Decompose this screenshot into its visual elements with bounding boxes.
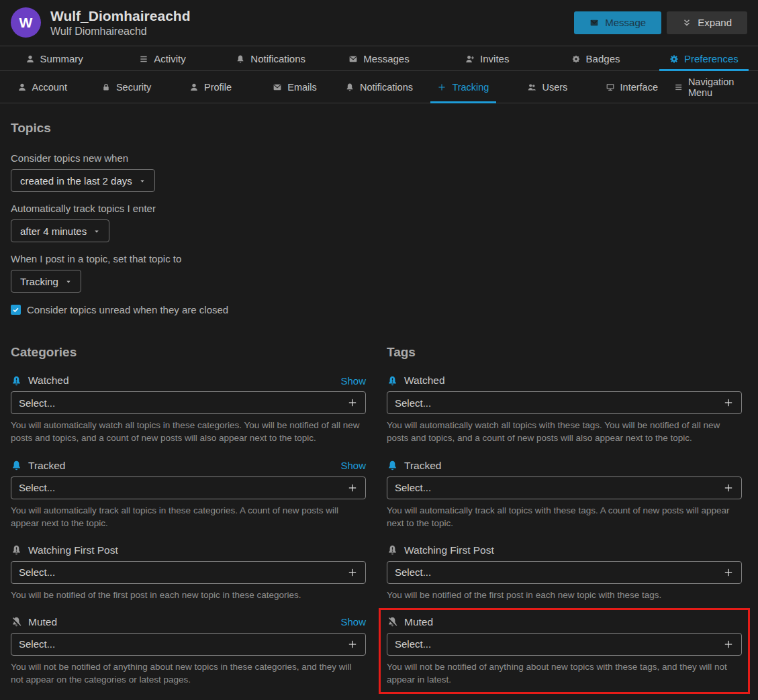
caret-down-icon <box>65 279 72 285</box>
tags-section: Tags Watched Select... You will automati… <box>387 345 742 700</box>
avatar[interactable]: W <box>11 7 41 38</box>
tab-label: Activity <box>154 53 186 64</box>
show-link[interactable]: Show <box>340 616 366 628</box>
select-placeholder: Select... <box>19 482 55 493</box>
tab-label: Notifications <box>250 53 305 64</box>
tab-navigation-menu[interactable]: Navigation Menu <box>674 71 758 103</box>
auto-track-value: after 4 minutes <box>20 226 87 237</box>
tab-invites[interactable]: Invites <box>433 46 541 70</box>
bell-exclamation-icon <box>387 375 398 387</box>
tab-label: Profile <box>204 82 232 93</box>
auto-track-label: Automatically track topics I enter <box>11 203 742 214</box>
group-label: Muted <box>28 616 57 628</box>
categories-watched-select[interactable]: Select... <box>11 391 366 414</box>
plus-icon[interactable] <box>347 483 358 493</box>
group-description: You will be notified of the first post i… <box>387 589 742 601</box>
tab-interface[interactable]: Interface <box>589 71 673 103</box>
select-placeholder: Select... <box>395 397 431 409</box>
tab-label: Emails <box>287 82 317 93</box>
plus-icon[interactable] <box>723 397 734 408</box>
group-label: Watched <box>404 374 445 387</box>
tab-account[interactable]: Account <box>0 71 84 103</box>
select-placeholder: Select... <box>395 638 431 650</box>
tags-watched-select[interactable]: Select... <box>387 391 742 414</box>
expand-button-label: Expand <box>698 17 732 28</box>
group-description: You will not be notified of anything abo… <box>11 660 366 686</box>
expand-button[interactable]: Expand <box>667 11 747 34</box>
plus-icon <box>437 83 446 92</box>
tags-watching-first-post-group: Watching First Post Select... You will b… <box>387 544 742 601</box>
tags-watching-first-post-select[interactable]: Select... <box>387 561 742 584</box>
group-label: Tracked <box>404 460 441 472</box>
tab-label: Messages <box>363 53 409 64</box>
plus-icon[interactable] <box>347 567 358 578</box>
tab-activity[interactable]: Activity <box>108 46 216 70</box>
new-when-dropdown[interactable]: created in the last 2 days <box>11 169 155 192</box>
tags-muted-select[interactable]: Select... <box>387 633 742 656</box>
bell-slash-icon <box>387 616 398 628</box>
tab-preferences[interactable]: Preferences <box>650 46 758 70</box>
categories-muted-select[interactable]: Select... <box>11 633 366 656</box>
tab-notifications-prefs[interactable]: Notifications <box>337 71 421 103</box>
select-placeholder: Select... <box>19 566 55 578</box>
tab-notifications[interactable]: Notifications <box>217 46 325 70</box>
tags-tracked-select[interactable]: Select... <box>387 477 742 499</box>
preferences-nav: Account Security Profile Emails Notifica… <box>0 71 758 103</box>
tab-security[interactable]: Security <box>84 71 168 103</box>
bell-icon <box>387 460 398 471</box>
tab-label: Users <box>542 82 567 93</box>
plus-icon[interactable] <box>723 483 734 493</box>
plus-icon[interactable] <box>347 397 358 408</box>
desktop-icon <box>606 83 615 92</box>
caret-down-icon <box>139 178 146 185</box>
post-sets-dropdown[interactable]: Tracking <box>11 270 81 293</box>
tags-muted-group-highlighted: Muted Select... You will not be notified… <box>387 616 742 686</box>
show-link[interactable]: Show <box>340 375 366 387</box>
plus-icon[interactable] <box>347 639 358 650</box>
angles-down-icon <box>682 18 692 28</box>
unread-closed-checkbox-row[interactable]: Consider topics unread when they are clo… <box>11 304 742 315</box>
group-description: You will be notified of the first post i… <box>11 589 366 601</box>
bell-icon <box>345 83 354 92</box>
group-description: You will not be notified of anything abo… <box>387 660 742 686</box>
new-when-value: created in the last 2 days <box>20 175 132 187</box>
show-link[interactable]: Show <box>340 460 366 471</box>
full-name: Wulf Diomhaireachd <box>50 26 565 38</box>
tab-summary[interactable]: Summary <box>0 46 108 70</box>
checkbox-checked[interactable] <box>11 305 21 315</box>
plus-icon[interactable] <box>723 567 734 578</box>
categories-watching-first-post-select[interactable]: Select... <box>11 561 366 584</box>
user-icon <box>17 83 27 92</box>
tab-tracking[interactable]: Tracking <box>421 71 505 103</box>
topics-heading: Topics <box>11 121 742 136</box>
bell-exclamation-icon <box>387 544 398 556</box>
tags-heading: Tags <box>387 345 742 360</box>
checkbox-label: Consider topics unread when they are clo… <box>27 304 228 315</box>
tab-messages[interactable]: Messages <box>325 46 433 70</box>
categories-muted-group: Muted Show Select... You will not be not… <box>11 616 366 686</box>
tags-watched-group: Watched Select... You will automatically… <box>387 374 742 444</box>
tab-users[interactable]: Users <box>506 71 589 103</box>
user-plus-icon <box>465 54 475 64</box>
tab-badges[interactable]: Badges <box>541 46 649 70</box>
tags-tracked-group: Tracked Select... You will automatically… <box>387 460 742 530</box>
group-description: You will automatically watch all topics … <box>11 419 366 444</box>
envelope-icon <box>273 83 282 92</box>
tab-label: Summary <box>40 53 83 64</box>
plus-icon[interactable] <box>723 639 734 650</box>
tab-emails[interactable]: Emails <box>252 71 336 103</box>
group-label: Tracked <box>28 460 65 472</box>
select-placeholder: Select... <box>19 638 55 650</box>
categories-watched-group: Watched Show Select... You will automati… <box>11 374 366 444</box>
tab-label: Account <box>32 82 67 93</box>
auto-track-dropdown[interactable]: after 4 minutes <box>11 219 109 242</box>
tab-profile[interactable]: Profile <box>169 71 252 103</box>
categories-tracked-select[interactable]: Select... <box>11 477 366 499</box>
tab-label: Notifications <box>360 82 413 93</box>
message-button[interactable]: Message <box>574 11 661 34</box>
select-placeholder: Select... <box>19 397 55 409</box>
categories-tracked-group: Tracked Show Select... You will automati… <box>11 460 366 530</box>
lock-icon <box>101 83 111 92</box>
bell-exclamation-icon <box>11 375 22 387</box>
caret-down-icon <box>93 228 100 235</box>
